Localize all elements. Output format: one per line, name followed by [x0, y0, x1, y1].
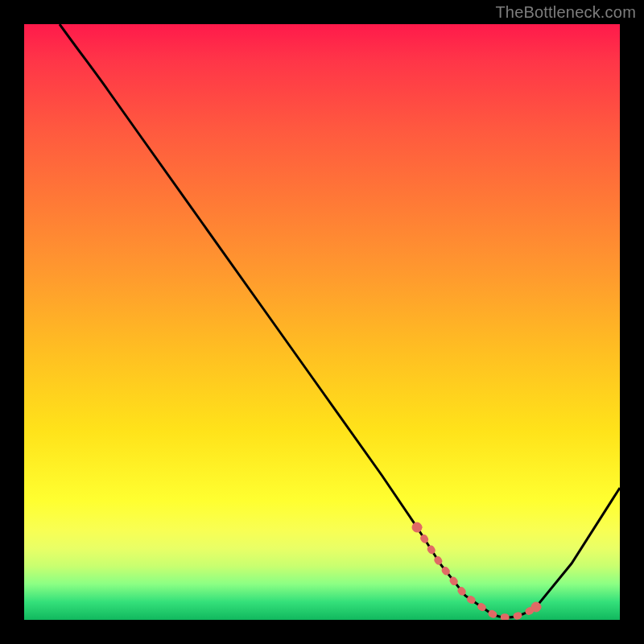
plot-area	[24, 24, 620, 620]
svg-point-0	[412, 522, 422, 532]
chart-frame: TheBottleneck.com	[0, 0, 644, 644]
watermark-text: TheBottleneck.com	[495, 3, 636, 22]
svg-point-1	[531, 602, 541, 612]
optimal-range-highlight	[24, 24, 620, 620]
